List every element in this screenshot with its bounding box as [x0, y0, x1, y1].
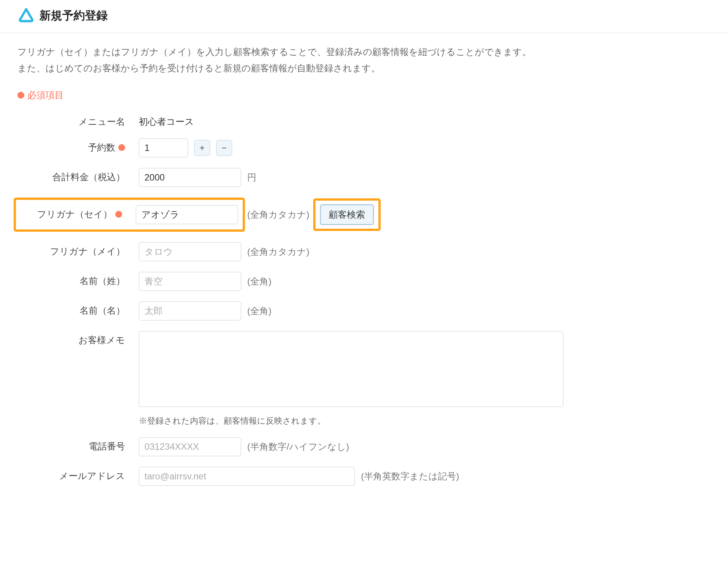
description-text: フリガナ（セイ）またはフリガナ（メイ）を入力し顧客検索することで、登録済みの顧客… [17, 44, 711, 76]
row-quantity: 予約数 + − [17, 138, 711, 157]
furigana-sei-input[interactable] [136, 205, 238, 224]
page-title: 新規予約登録 [39, 8, 108, 24]
row-email: メールアドレス (半角英数字または記号) [17, 467, 711, 486]
price-input[interactable] [139, 168, 241, 187]
required-legend: 必須項目 [17, 89, 711, 101]
required-dot-icon [118, 144, 125, 151]
row-phone: 電話番号 (半角数字/ハイフンなし) [17, 437, 711, 456]
label-phone: 電話番号 [17, 437, 139, 452]
row-firstname: 名前（名） (全角) [17, 301, 711, 320]
logo-icon [18, 8, 34, 24]
hint-email: (半角英数字または記号) [361, 470, 459, 482]
row-furigana-mei: フリガナ（メイ） (全角カタカナ) [17, 242, 711, 261]
hint-phone: (半角数字/ハイフンなし) [247, 441, 349, 453]
label-firstname: 名前（名） [17, 301, 139, 317]
required-dot-icon [115, 211, 122, 218]
description-line1: フリガナ（セイ）またはフリガナ（メイ）を入力し顧客検索することで、登録済みの顧客… [17, 44, 711, 60]
furigana-mei-input[interactable] [139, 242, 241, 261]
firstname-input[interactable] [139, 301, 241, 320]
hint-firstname: (全角) [247, 305, 271, 317]
row-price: 合計料金（税込） 円 [17, 168, 711, 187]
phone-input[interactable] [139, 437, 241, 456]
hint-furigana-sei: (全角カタカナ) [247, 209, 309, 221]
required-dot-icon [17, 92, 24, 99]
row-memo: お客様メモ ※登録された内容は、顧客情報に反映されます。 [17, 331, 711, 427]
label-email: メールアドレス [17, 467, 139, 482]
required-legend-label: 必須項目 [27, 89, 64, 101]
description-line2: また、はじめてのお客様から予約を受け付けると新規の顧客情報が自動登録されます。 [17, 60, 711, 76]
row-menu: メニュー名 初心者コース [17, 113, 711, 128]
row-furigana-sei: フリガナ（セイ） (全角カタカナ) 顧客検索 [17, 198, 711, 232]
hint-furigana-mei: (全角カタカナ) [247, 246, 309, 258]
value-menu: 初心者コース [139, 113, 194, 128]
memo-note: ※登録された内容は、顧客情報に反映されます。 [139, 415, 326, 427]
hint-lastname: (全角) [247, 275, 271, 287]
quantity-input[interactable] [139, 138, 188, 157]
label-lastname: 名前（姓） [17, 272, 139, 287]
row-lastname: 名前（姓） (全角) [17, 272, 711, 291]
quantity-plus-button[interactable]: + [194, 140, 210, 156]
label-price: 合計料金（税込） [17, 168, 139, 183]
memo-textarea[interactable] [139, 331, 563, 407]
highlight-furigana-sei: フリガナ（セイ） [14, 198, 245, 232]
quantity-minus-button[interactable]: − [216, 140, 232, 156]
label-memo: お客様メモ [17, 331, 139, 346]
page-header: 新規予約登録 [0, 0, 728, 33]
label-quantity: 予約数 [17, 138, 139, 154]
email-input[interactable] [139, 467, 355, 486]
label-menu: メニュー名 [17, 113, 139, 128]
label-furigana-mei: フリガナ（メイ） [17, 242, 139, 258]
customer-search-button[interactable]: 顧客検索 [320, 204, 374, 225]
label-furigana-sei: フリガナ（セイ） [20, 205, 136, 220]
highlight-customer-search: 顧客検索 [313, 198, 381, 231]
lastname-input[interactable] [139, 272, 241, 291]
price-unit: 円 [247, 171, 256, 184]
content: フリガナ（セイ）またはフリガナ（メイ）を入力し顧客検索することで、登録済みの顧客… [0, 33, 728, 512]
